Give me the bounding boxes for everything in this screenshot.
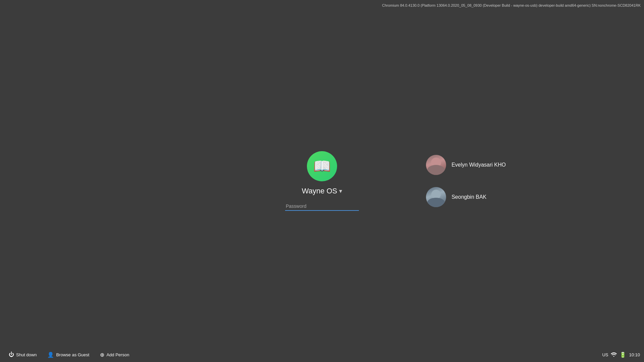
shutdown-icon: ⏻ (9, 352, 14, 358)
user-item-evelyn[interactable]: Evelyn Widyasari KHO (422, 152, 510, 178)
chevron-down-icon: ▾ (339, 187, 342, 195)
avatar-seongbin (426, 187, 446, 207)
user-name-seongbin: Seongbin BAK (451, 194, 486, 200)
build-info-bar: Chromium 84.0.4130.0 (Platform 13064.0.2… (382, 3, 641, 7)
battery-icon: 🔋 (620, 352, 626, 358)
add-person-icon: ⊕ (100, 352, 104, 358)
user-avatar-circle[interactable]: 📖 (307, 151, 337, 181)
avatar-icon: 📖 (313, 159, 331, 173)
wifi-icon-svg (611, 352, 617, 357)
user-name-evelyn: Evelyn Widyasari KHO (451, 162, 506, 168)
add-person-label: Add Person (106, 352, 129, 357)
bottom-right-status: US 🔋 10:10 (602, 352, 640, 358)
shutdown-label: Shut down (16, 352, 37, 357)
clock-text: 10:10 (629, 352, 640, 357)
password-input[interactable] (285, 202, 359, 211)
build-info-text: Chromium 84.0.4130.0 (Platform 13064.0.2… (382, 3, 641, 7)
add-person-button[interactable]: ⊕ Add Person (95, 350, 134, 360)
shutdown-button[interactable]: ⏻ Shut down (4, 350, 41, 360)
avatar-evelyn (426, 155, 446, 175)
user-item-seongbin[interactable]: Seongbin BAK (422, 184, 510, 210)
browse-guest-button[interactable]: 👤 Browse as Guest (43, 350, 94, 360)
browse-guest-label: Browse as Guest (56, 352, 89, 357)
bottom-bar: ⏻ Shut down 👤 Browse as Guest ⊕ Add Pers… (0, 347, 644, 362)
guest-icon: 👤 (47, 352, 54, 358)
username-row[interactable]: Wayne OS ▾ (302, 187, 342, 195)
locale-text: US (602, 352, 608, 357)
other-users-panel: Evelyn Widyasari KHO Seongbin BAK (422, 152, 510, 210)
bottom-left-actions: ⏻ Shut down 👤 Browse as Guest ⊕ Add Pers… (4, 350, 134, 360)
wifi-icon (611, 352, 617, 358)
username-text: Wayne OS (302, 187, 337, 195)
status-bar: US 🔋 10:10 (602, 352, 640, 358)
login-area: 📖 Wayne OS ▾ (285, 151, 359, 211)
